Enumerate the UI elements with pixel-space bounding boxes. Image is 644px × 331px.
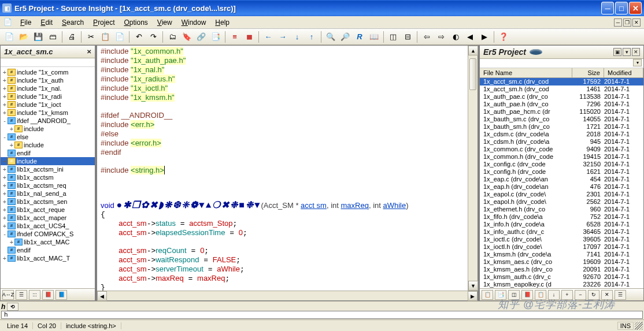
menu-indow[interactable]: Window — [177, 17, 210, 28]
file-row[interactable]: 1x_eapol.c (drv_code\23012014-7-1 — [480, 191, 643, 198]
symbol-row[interactable]: -#ifndef COMPACK_S — [1, 230, 95, 238]
symbol-row[interactable]: +#lib1x_acctsm — [1, 173, 95, 181]
undo-button[interactable]: ↶ — [132, 30, 146, 44]
symbol-row[interactable]: +#include "1x_auth — [1, 76, 95, 84]
col-modified[interactable]: Modified — [604, 68, 643, 77]
sync-button[interactable]: ≡ — [228, 30, 242, 44]
proj-b9[interactable]: ↻ — [588, 290, 599, 300]
browse-button[interactable]: 📖 — [367, 30, 381, 44]
editor-v-scrollbar[interactable]: ▲ ▼ — [468, 46, 478, 291]
symbol-row[interactable]: +#lib1x_acct_UCS4_ — [1, 222, 95, 230]
resize-grip[interactable] — [635, 322, 643, 330]
proj-b5[interactable]: 📋 — [535, 290, 546, 300]
prev-file-button[interactable]: ◀ — [463, 30, 477, 44]
save-all-button[interactable]: 🗃 — [46, 30, 60, 44]
file-row[interactable]: 1x_fifo.h (drv_code\a7522014-7-1 — [480, 213, 643, 221]
mdi-close[interactable]: ✕ — [632, 18, 641, 27]
symbol-row[interactable]: +#lib1x_acct_MAC — [1, 238, 95, 246]
copy-button[interactable]: 📋 — [98, 30, 112, 44]
col-size[interactable]: Size — [572, 68, 604, 77]
file-row[interactable]: 1x_bauth_sm.c (drv_co140552014-7-1 — [480, 116, 643, 123]
sort-az-button[interactable]: A↔Z — [2, 290, 14, 300]
refs-button[interactable]: R — [353, 30, 367, 44]
scroll-thumb[interactable] — [469, 58, 476, 90]
tile-v-button[interactable]: ⊟ — [401, 30, 414, 44]
open-file-button[interactable]: 📂 — [17, 30, 31, 44]
mdi-minimize[interactable]: ─ — [614, 18, 622, 27]
symbol-row[interactable]: +#lib1x_nal_send_a — [1, 189, 95, 198]
proj-b3[interactable]: ◫ — [508, 290, 520, 300]
new-file-button[interactable]: 📄 — [2, 30, 16, 44]
menu-ptions[interactable]: Options — [120, 17, 151, 28]
scroll-right-icon[interactable]: ▶ — [468, 291, 478, 301]
find-button[interactable]: 🔍 — [324, 30, 338, 44]
menu-roject[interactable]: Project — [89, 17, 119, 28]
symbol-row[interactable]: +#include — [1, 141, 95, 149]
symbol-row[interactable]: +#lib1x_acct_maper — [1, 214, 95, 222]
next-file-button[interactable]: ▶ — [478, 30, 491, 44]
proj-b1[interactable]: 📋 — [482, 290, 493, 300]
file-row[interactable]: 1x_eap.h (drv_code\an4762014-7-1 — [480, 183, 643, 191]
context-body[interactable]: h — [1, 311, 643, 319]
scroll-up-icon[interactable]: ▲ — [468, 46, 478, 55]
symwin-button[interactable]: 🔖 — [180, 30, 194, 44]
proj-b2[interactable]: 📑 — [495, 290, 506, 300]
file-row[interactable]: 1x_common.h (drv_code194152014-7-1 — [480, 153, 643, 161]
project-close-button[interactable]: ✕ — [632, 48, 640, 56]
file-row[interactable]: 1x_common.c (drv_code94092014-7-1 — [480, 146, 643, 153]
save-button[interactable]: 💾 — [31, 30, 45, 44]
symbol-row[interactable]: +#include "1x_nal. — [1, 84, 95, 92]
goto-def-button[interactable]: ↓ — [290, 30, 304, 44]
proj-b4[interactable]: 📕 — [521, 290, 533, 300]
file-row[interactable]: 1x_bauth_sm.h (drv_co17212014-7-1 — [480, 123, 643, 131]
mdi-restore[interactable]: ❐ — [623, 18, 631, 27]
symbol-row[interactable]: #endif — [1, 246, 95, 254]
file-row[interactable]: 1x_eapol.h (drv_code\25622014-7-1 — [480, 198, 643, 206]
maximize-button[interactable]: □ — [615, 2, 628, 14]
symbol-row[interactable]: +#lib1x_acct_reque — [1, 206, 95, 214]
file-row[interactable]: 1x_ioctl.h (drv_code\170972014-7-1 — [480, 243, 643, 251]
editor-h-scrollbar[interactable]: ◀ ▶ — [97, 291, 478, 300]
project-filter-input[interactable]: ▾ — [480, 59, 643, 68]
symbol-row[interactable]: +#lib1x_acctsm_req — [1, 181, 95, 189]
project-sync-button[interactable]: ▣ — [613, 48, 621, 56]
tile-h-button[interactable]: ◫ — [386, 30, 400, 44]
symbol-row[interactable]: -#ifdef __ANDROID_ — [1, 117, 95, 125]
menu-ile[interactable]: File — [16, 17, 35, 28]
file-row[interactable]: 1x_kmsm_aes.c (drv_co196092014-7-1 — [480, 258, 643, 266]
editor-content[interactable]: #include "1x_common.h" #include "1x_auth… — [97, 46, 478, 291]
symbol-row[interactable]: +#lib1x_acctsm_ini — [1, 165, 95, 173]
menu-earch[interactable]: Search — [58, 17, 88, 28]
file-row[interactable]: 1x_eap.c (drv_code\an4542014-7-1 — [480, 176, 643, 183]
tree-button[interactable]: ::: — [29, 290, 40, 300]
symbol-row[interactable]: -#else — [1, 133, 95, 141]
project-filter-dropdown-icon[interactable]: ▾ — [633, 59, 642, 66]
code-editor[interactable]: #include "1x_common.h" #include "1x_auth… — [97, 45, 478, 301]
redo-button[interactable]: ↷ — [146, 30, 160, 44]
proj-b10[interactable]: ✕ — [601, 290, 613, 300]
symbol-row[interactable]: +#include "1x_ioct — [1, 101, 95, 109]
cut-button[interactable]: ✂ — [84, 30, 98, 44]
forward-button[interactable]: → — [276, 30, 290, 44]
symbol-row[interactable]: +#lib1x_acct_MAC_T — [1, 254, 95, 262]
file-row[interactable]: 1x_cdsm.c (drv_code\a20182014-7-1 — [480, 131, 643, 138]
menu-iew[interactable]: View — [153, 17, 176, 28]
search-files-button[interactable]: 🔎 — [338, 30, 352, 44]
file-row[interactable]: 1x_ioctl.c (drv_code\396052014-7-1 — [480, 236, 643, 243]
file-row[interactable]: 1x_acct_sm.c (drv_cod175922014-7-1 — [480, 78, 643, 85]
file-row[interactable]: 1x_config.c (drv_code321502014-7-1 — [480, 161, 643, 168]
file-row[interactable]: 1x_kmsm_aes.h (drv_co200912014-7-1 — [480, 266, 643, 273]
projwin-button[interactable]: 🗂 — [165, 30, 179, 44]
symbol-filter-input[interactable] — [1, 58, 95, 67]
contextwin-button[interactable]: 📑 — [209, 30, 223, 44]
menu-elp[interactable]: Help — [211, 17, 234, 28]
relwin-button[interactable]: 🔗 — [194, 30, 208, 44]
project-menu-button[interactable]: ▾ — [623, 48, 631, 56]
symbol-row[interactable]: +#include "1x_comm — [1, 68, 95, 76]
file-row[interactable]: 1x_auth_pae_hcm.c (dr1150202014-7-1 — [480, 108, 643, 116]
symbol-row[interactable]: +#include "1x_radi — [1, 92, 95, 101]
file-row[interactable]: 1x_ethernet.h (drv_co9602014-7-1 — [480, 206, 643, 213]
toggle-mark-button[interactable]: ◐ — [449, 30, 462, 44]
file-row[interactable]: 1x_auth_pae.h (drv_co72962014-7-1 — [480, 101, 643, 108]
minimize-button[interactable]: ─ — [601, 2, 614, 14]
